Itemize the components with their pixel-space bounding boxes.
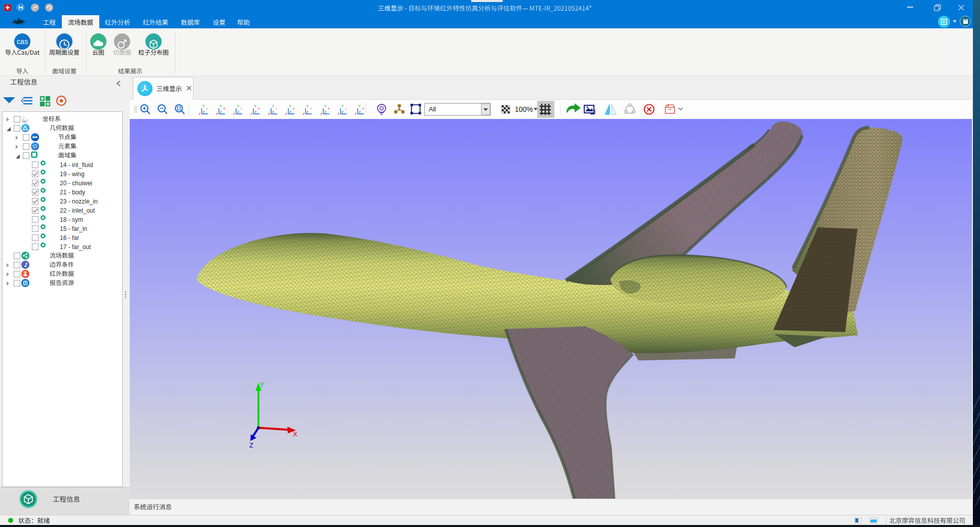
svg-text:Y: Y bbox=[254, 104, 257, 108]
svg-text:x: x bbox=[268, 111, 270, 116]
svg-text:z: z bbox=[272, 109, 274, 114]
svg-text:x: x bbox=[320, 111, 322, 116]
svg-text:Y: Y bbox=[202, 104, 205, 108]
svg-text:x: x bbox=[216, 111, 218, 116]
svg-text:Y: Y bbox=[341, 104, 344, 108]
svg-text:x: x bbox=[199, 111, 201, 116]
svg-text:Y: Y bbox=[219, 104, 222, 108]
svg-text:All: All bbox=[429, 105, 436, 113]
svg-text:100%: 100% bbox=[515, 105, 533, 113]
svg-text:z: z bbox=[289, 109, 291, 114]
svg-text:Y: Y bbox=[237, 104, 240, 108]
svg-text:Y: Y bbox=[260, 381, 265, 388]
svg-text:Y: Y bbox=[289, 104, 292, 108]
svg-text:x: x bbox=[250, 111, 252, 116]
svg-text:X: X bbox=[293, 430, 297, 438]
svg-text:Y: Y bbox=[272, 104, 275, 108]
svg-text:z: z bbox=[307, 109, 309, 114]
svg-text:z: z bbox=[203, 109, 205, 114]
svg-text:x: x bbox=[355, 111, 357, 116]
svg-text:z: z bbox=[342, 109, 344, 114]
svg-text:z: z bbox=[254, 109, 256, 114]
svg-text:z: z bbox=[324, 109, 326, 114]
svg-text:z: z bbox=[220, 109, 222, 114]
svg-text:z: z bbox=[359, 109, 361, 114]
svg-text:Y: Y bbox=[306, 104, 309, 108]
svg-text:z: z bbox=[24, 119, 25, 122]
svg-text:x: x bbox=[26, 118, 28, 121]
svg-text:x: x bbox=[337, 111, 340, 116]
svg-text:z: z bbox=[237, 109, 239, 114]
svg-text:x: x bbox=[303, 111, 305, 116]
svg-text:x: x bbox=[233, 111, 235, 116]
svg-text:x: x bbox=[285, 111, 287, 116]
svg-text:Y: Y bbox=[358, 104, 361, 108]
svg-text:Y: Y bbox=[324, 104, 327, 108]
svg-text:Z: Z bbox=[249, 441, 253, 449]
